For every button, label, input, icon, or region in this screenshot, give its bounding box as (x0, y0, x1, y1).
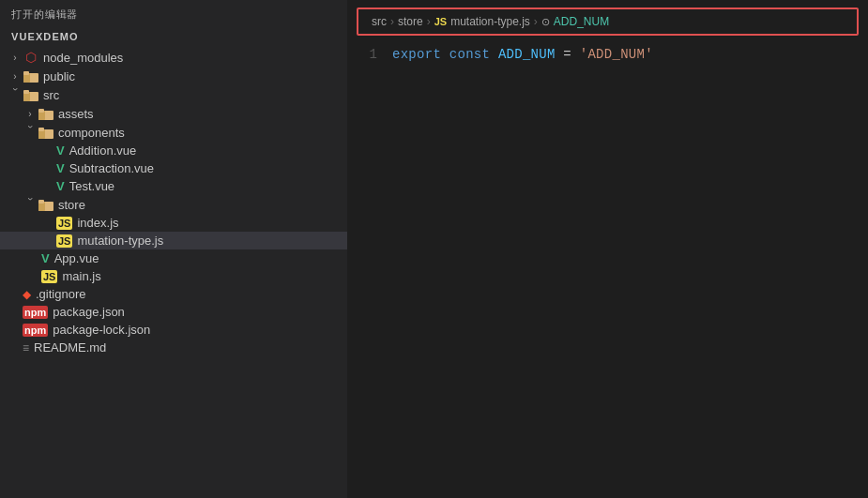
svg-rect-5 (23, 90, 29, 94)
vue-icon: V (56, 143, 65, 158)
sidebar-item-app-vue[interactable]: V App.vue (0, 249, 347, 267)
breadcrumb-bar: src › store › JS mutation-type.js › ⊙ AD… (357, 8, 859, 36)
arrow-icon: › (25, 125, 36, 140)
item-label: node_modules (43, 51, 123, 65)
sidebar-item-addition-vue[interactable]: V Addition.vue (0, 142, 347, 159)
folder-icon (38, 106, 54, 121)
svg-rect-8 (38, 109, 44, 113)
sidebar-item-main-js[interactable]: JS main.js (0, 267, 347, 285)
line-number-1: 1 (347, 47, 392, 62)
folder-icon: ⬡ (23, 50, 39, 65)
arrow-icon: › (23, 109, 38, 119)
item-label: main.js (62, 269, 100, 283)
folder-icon (23, 87, 39, 102)
sidebar-item-gitignore[interactable]: ◆ .gitignore (0, 285, 347, 303)
arrow-icon: › (25, 197, 36, 212)
editor-area: src › store › JS mutation-type.js › ⊙ AD… (347, 0, 868, 498)
sidebar-item-subtraction-vue[interactable]: V Subtraction.vue (0, 159, 347, 177)
item-label: package-lock.json (53, 323, 150, 337)
arrow-icon: › (8, 71, 23, 82)
item-label: Test.vue (69, 179, 114, 193)
js-icon: JS (56, 234, 72, 248)
variable-name: ADD_NUM (498, 47, 556, 62)
sidebar-item-store[interactable]: › store (0, 195, 347, 214)
sidebar-item-readme-md[interactable]: ≡ README.md (0, 339, 347, 356)
sidebar-item-index-js[interactable]: JS index.js (0, 214, 347, 232)
js-icon: JS (56, 217, 72, 230)
sidebar-header: 打开的编辑器 (0, 0, 347, 25)
keyword-const: const (449, 47, 490, 62)
bc-sep: › (390, 15, 394, 28)
sidebar-item-node-modules[interactable]: › ⬡ node_modules (0, 48, 347, 67)
string-value: 'ADD_NUM' (580, 47, 653, 62)
bc-sep3: › (534, 15, 538, 28)
code-text-1: export const ADD_NUM = 'ADD_NUM' (392, 47, 653, 62)
item-label: package.json (53, 305, 125, 319)
vue-icon: V (56, 161, 65, 175)
npm-icon: npm (23, 306, 48, 319)
sidebar-item-components[interactable]: › components (0, 123, 347, 142)
code-line-1: 1 export const ADD_NUM = 'ADD_NUM' (347, 47, 868, 62)
keyword-export: export (392, 47, 441, 62)
arrow-icon: › (10, 87, 21, 102)
code-content: 1 export const ADD_NUM = 'ADD_NUM' (347, 36, 868, 62)
js-icon: JS (41, 270, 57, 283)
project-title: VUEXDEMO (0, 25, 347, 48)
folder-icon (38, 197, 54, 212)
svg-rect-11 (38, 128, 44, 131)
bc-sep2: › (427, 15, 431, 28)
item-label: components (58, 126, 125, 140)
item-label: public (43, 69, 75, 83)
sidebar-item-package-json[interactable]: npm package.json (0, 303, 347, 321)
sidebar-item-assets[interactable]: › assets (0, 104, 347, 123)
git-icon: ◆ (23, 288, 31, 301)
item-label: README.md (34, 340, 106, 355)
item-label: assets (58, 107, 94, 121)
item-label: index.js (77, 216, 118, 230)
sidebar-item-src[interactable]: › src (0, 85, 347, 104)
arrow-icon: › (8, 53, 23, 63)
breadcrumb-js-label: JS (434, 16, 447, 27)
item-label: store (58, 198, 85, 212)
vue-icon: V (56, 179, 65, 193)
sidebar-item-package-lock-json[interactable]: npm package-lock.json (0, 321, 347, 339)
svg-rect-2 (23, 71, 29, 75)
operator-equals: = (563, 47, 571, 62)
sidebar-item-public[interactable]: › public (0, 67, 347, 85)
item-label: App.vue (54, 251, 99, 265)
breadcrumb-symbol-icon: ⊙ (541, 16, 550, 28)
breadcrumb-filename: mutation-type.js (450, 15, 530, 28)
item-label: src (43, 88, 59, 102)
sidebar: 打开的编辑器 VUEXDEMO › ⬡ node_modules › publi… (0, 0, 347, 498)
item-label: .gitignore (36, 287, 85, 301)
item-label: mutation-type.js (77, 234, 163, 248)
folder-icon (38, 125, 54, 140)
sidebar-item-mutation-type-js[interactable]: JS mutation-type.js (0, 232, 347, 249)
npm-icon: npm (23, 324, 48, 337)
breadcrumb-symbol-name: ADD_NUM (554, 15, 609, 28)
breadcrumb-src: src (372, 15, 387, 28)
item-label: Subtraction.vue (69, 161, 154, 175)
md-icon: ≡ (23, 341, 29, 355)
sidebar-item-test-vue[interactable]: V Test.vue (0, 177, 347, 195)
folder-icon (23, 68, 39, 83)
breadcrumb-store: store (398, 15, 423, 28)
vue-icon: V (41, 251, 50, 265)
item-label: Addition.vue (69, 143, 137, 158)
svg-rect-14 (38, 200, 44, 204)
